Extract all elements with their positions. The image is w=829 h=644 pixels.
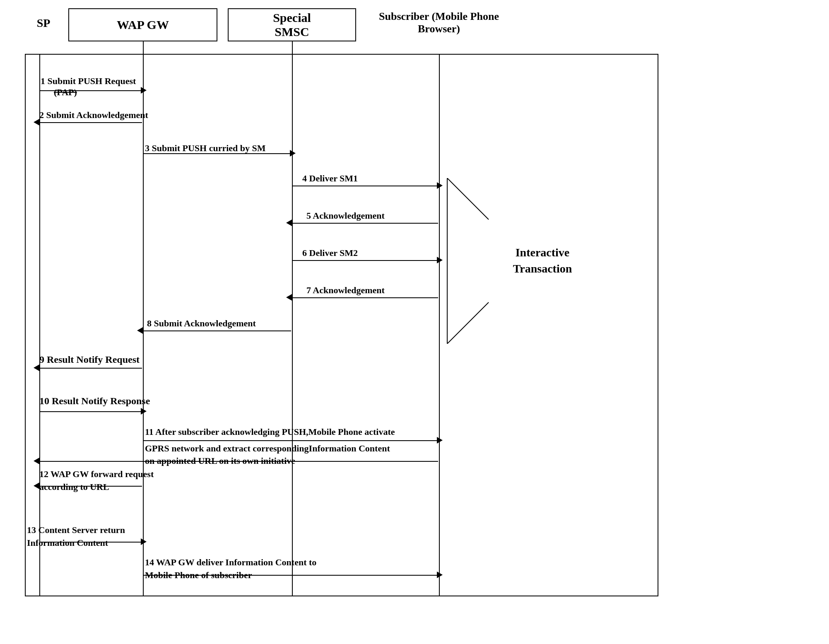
msg4-arrow xyxy=(292,186,438,186)
msg6-label: 6 Deliver SM2 xyxy=(302,248,358,258)
smsc-lifeline xyxy=(292,41,293,596)
msg12-label: 12 WAP GW forward requestaccording to UR… xyxy=(39,468,154,494)
sp-lifeline xyxy=(39,54,40,596)
interactive-bracket xyxy=(443,178,493,344)
msg4-label: 4 Deliver SM1 xyxy=(302,173,358,184)
subscriber-lifeline xyxy=(439,54,440,596)
msg7-arrow xyxy=(292,297,438,298)
msg6-arrow xyxy=(292,260,438,261)
msg12-arrowhead xyxy=(34,482,39,489)
msg8-label: 8 Submit Acknowledgement xyxy=(147,318,256,329)
sp-label: SP xyxy=(23,17,64,30)
msg9-label: 9 Result Notify Request xyxy=(39,354,140,365)
wapgw-lifeline xyxy=(143,41,144,596)
msg1-arrowhead xyxy=(141,87,147,94)
msg11-label: 11 After subscriber acknowledging PUSH,M… xyxy=(145,427,395,437)
svg-line-2 xyxy=(447,302,489,344)
msg14-arrowhead xyxy=(437,572,443,578)
msg9-arrow xyxy=(39,368,142,369)
main-seq-box xyxy=(25,54,658,596)
msg2-arrowhead xyxy=(34,119,39,125)
msg13-arrowhead xyxy=(141,538,147,545)
msg3-arrowhead xyxy=(290,150,296,157)
msg3-label: 3 Submit PUSH curried by SM xyxy=(145,143,266,154)
msg5-arrowhead xyxy=(286,219,292,226)
msg6-arrowhead xyxy=(437,257,443,263)
msg2-label: 2 Submit Acknowledgement xyxy=(39,110,148,121)
msg10-arrowhead xyxy=(141,408,147,415)
msg11b-arrowhead xyxy=(34,458,39,464)
svg-line-1 xyxy=(447,178,489,219)
msg8-arrow xyxy=(143,330,291,331)
msg5-arrow xyxy=(292,223,438,224)
msg8-arrowhead xyxy=(137,327,143,334)
subscriber-label: Subscriber (Mobile Phone Browser) xyxy=(360,10,518,35)
msg7-arrowhead xyxy=(286,294,292,301)
msg1-label: 1 Submit PUSH Request xyxy=(41,76,136,87)
msg7-label: 7 Acknowledgement xyxy=(306,285,385,296)
msg11-arrow xyxy=(143,440,438,441)
msg14-label: 14 WAP GW deliver Information Content to… xyxy=(145,556,316,582)
smsc-box: Special SMSC xyxy=(228,8,356,41)
msg13-label: 13 Content Server returnInformation Cont… xyxy=(27,524,125,550)
msg11b-arrow xyxy=(39,461,438,462)
msg10-arrow xyxy=(39,411,142,412)
msg9-arrowhead xyxy=(34,364,39,371)
msg10-label: 10 Result Notify Response xyxy=(39,396,150,407)
msg11b-label: GPRS network and extract correspondingIn… xyxy=(145,443,390,454)
interactive-transaction-label: InteractiveTransaction xyxy=(497,244,588,277)
diagram-container: SP WAP GW Special SMSC Subscriber (Mobil… xyxy=(0,0,829,644)
wapgw-box: WAP GW xyxy=(68,8,217,41)
msg1-sublabel: (PAP) xyxy=(54,87,77,98)
msg5-label: 5 Acknowledgement xyxy=(306,210,385,221)
msg2-arrow xyxy=(39,122,142,123)
wapgw-label: WAP GW xyxy=(117,18,169,32)
smsc-label: Special SMSC xyxy=(273,11,311,39)
msg4-arrowhead xyxy=(437,182,443,189)
msg11-arrowhead xyxy=(437,437,443,444)
